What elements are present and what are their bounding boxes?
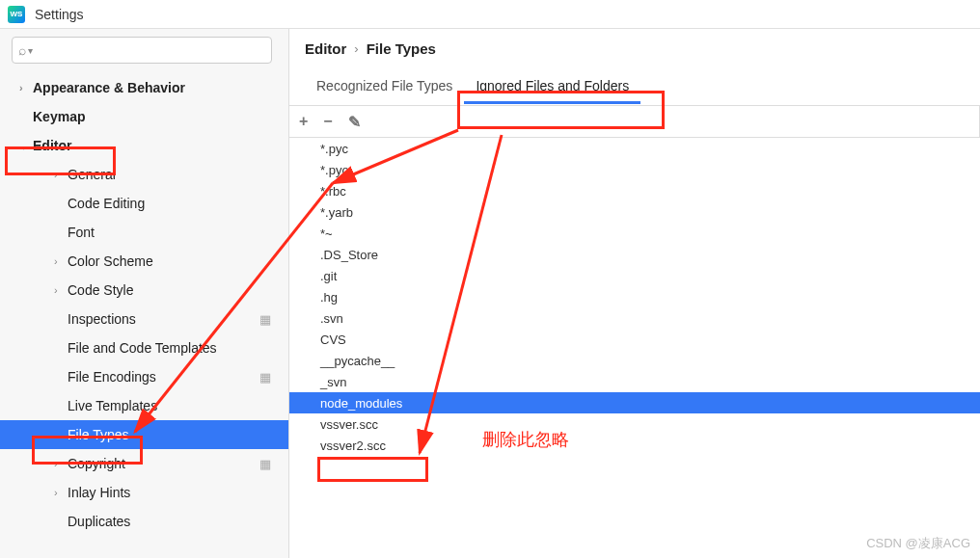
list-item[interactable]: .DS_Store <box>289 244 980 265</box>
breadcrumb-editor[interactable]: Editor <box>305 40 346 57</box>
gear-icon: ▦ <box>259 370 271 385</box>
sidebar-item-label: Duplicates <box>68 514 130 529</box>
list-item[interactable]: node_modules <box>289 392 980 413</box>
logo-text: WS <box>11 10 23 18</box>
sidebar-item-label: File Types <box>68 427 129 442</box>
sidebar-item-label: General <box>68 167 116 182</box>
sidebar-item-label: Editor <box>33 138 71 153</box>
list-item[interactable]: *.yarb <box>289 201 980 223</box>
sidebar-item-label: Inlay Hints <box>68 485 130 500</box>
sidebar-item-label: File Encodings <box>68 369 156 385</box>
sidebar-item-appearance-behavior[interactable]: ›Appearance & Behavior <box>0 73 288 102</box>
add-button[interactable]: + <box>299 113 308 130</box>
chevron-icon: › <box>54 169 68 180</box>
list-item[interactable]: vssver.scc <box>289 413 980 435</box>
sidebar-item-editor[interactable]: ⌄Editor <box>0 131 288 160</box>
sidebar-item-label: Code Style <box>68 282 133 298</box>
breadcrumb-filetypes: File Types <box>367 40 436 57</box>
chevron-icon: ⌄ <box>19 140 33 152</box>
list-item[interactable]: _svn <box>289 371 980 392</box>
sidebar-item-label: File and Code Templates <box>68 340 217 356</box>
window-title: Settings <box>35 7 84 22</box>
list-item[interactable]: vssver2.scc <box>289 435 980 456</box>
sidebar-item-code-editing[interactable]: Code Editing <box>0 189 288 218</box>
list-item[interactable]: *.pyc <box>289 138 980 159</box>
sidebar-item-label: Copyright <box>68 456 125 471</box>
list-item[interactable]: .hg <box>289 286 980 307</box>
titlebar: WS Settings <box>0 0 980 29</box>
sidebar-item-inlay-hints[interactable]: ›Inlay Hints <box>0 478 288 507</box>
sidebar-item-copyright[interactable]: ›Copyright▦ <box>0 449 288 478</box>
sidebar-item-label: Appearance & Behavior <box>33 80 185 95</box>
tabs: Recognized File Types Ignored Files and … <box>289 76 980 105</box>
list-item[interactable]: *.rbc <box>289 180 980 201</box>
sidebar-item-live-templates[interactable]: Live Templates <box>0 391 288 420</box>
ignored-files-list[interactable]: *.pyc*.pyo*.rbc*.yarb*~.DS_Store.git.hg.… <box>289 138 980 456</box>
search-input[interactable]: ⌕ ▾ <box>12 37 272 64</box>
list-item[interactable]: .git <box>289 265 980 286</box>
sidebar-item-general[interactable]: ›General <box>0 160 288 189</box>
chevron-down-icon: ▾ <box>28 45 33 56</box>
list-item[interactable]: CVS <box>289 329 980 350</box>
breadcrumb: Editor › File Types <box>289 40 980 76</box>
sidebar-item-file-types[interactable]: File Types <box>0 420 288 449</box>
chevron-icon: › <box>54 255 68 267</box>
sidebar-item-color-scheme[interactable]: ›Color Scheme <box>0 247 288 276</box>
chevron-right-icon: › <box>354 41 358 56</box>
sidebar-item-label: Font <box>68 225 95 240</box>
tab-ignored-files-folders[interactable]: Ignored Files and Folders <box>464 78 640 104</box>
chevron-icon: › <box>54 284 68 296</box>
sidebar-item-label: Live Templates <box>68 398 157 413</box>
chevron-icon: › <box>19 82 33 93</box>
sidebar-item-inspections[interactable]: Inspections▦ <box>0 305 288 333</box>
sidebar-item-keymap[interactable]: Keymap <box>0 102 288 131</box>
search-icon: ⌕ <box>18 42 26 58</box>
gear-icon: ▦ <box>259 457 271 471</box>
sidebar-item-label: Inspections <box>68 311 136 327</box>
edit-button[interactable]: ✎ <box>348 113 361 131</box>
list-item[interactable]: .svn <box>289 307 980 329</box>
sidebar-item-font[interactable]: Font <box>0 218 288 247</box>
sidebar-item-label: Color Scheme <box>68 253 153 269</box>
sidebar-item-file-encodings[interactable]: File Encodings▦ <box>0 362 288 391</box>
chevron-icon: › <box>54 487 68 498</box>
sidebar-item-file-and-code-templates[interactable]: File and Code Templates <box>0 333 288 362</box>
sidebar-item-label: Code Editing <box>68 196 145 211</box>
sidebar-item-duplicates[interactable]: Duplicates <box>0 507 288 536</box>
chevron-icon: › <box>54 458 68 469</box>
tab-recognized-file-types[interactable]: Recognized File Types <box>305 78 464 104</box>
settings-sidebar: ⌕ ▾ ›Appearance & BehaviorKeymap⌄Editor›… <box>0 29 289 558</box>
app-logo: WS <box>8 6 25 23</box>
list-toolbar: + − ✎ <box>289 105 980 138</box>
sidebar-item-code-style[interactable]: ›Code Style <box>0 276 288 305</box>
gear-icon: ▦ <box>259 312 271 327</box>
remove-button[interactable]: − <box>323 113 332 130</box>
list-item[interactable]: *.pyo <box>289 159 980 180</box>
watermark: CSDN @凌康ACG <box>866 535 970 552</box>
sidebar-item-label: Keymap <box>33 109 85 124</box>
list-item[interactable]: *~ <box>289 223 980 244</box>
list-item[interactable]: __pycache__ <box>289 350 980 371</box>
